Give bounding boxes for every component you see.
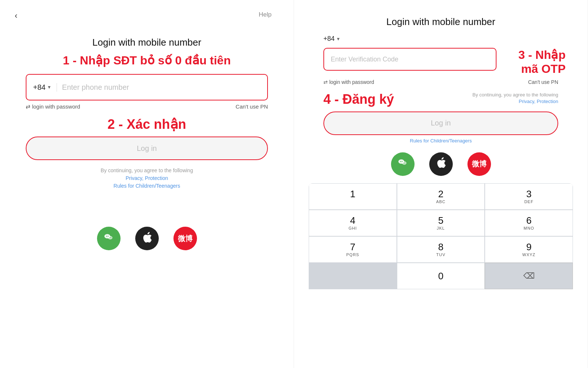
svg-point-10 (404, 163, 404, 163)
right-privacy-link[interactable]: Privacy, Protection (519, 99, 558, 104)
wechat-icon (103, 231, 115, 246)
phone-input-container[interactable]: +84 ▼ Enter phone number (26, 74, 268, 100)
delete-icon: ⌫ (523, 271, 535, 281)
key-0[interactable]: 0 (397, 263, 485, 289)
svg-point-11 (405, 163, 405, 163)
right-wechat-icon (397, 157, 409, 171)
svg-point-5 (111, 237, 111, 238)
right-login-with-password-link[interactable]: ⇄ login with password (323, 79, 374, 85)
social-login-row: 微博 (15, 227, 279, 250)
key-3[interactable]: 3 DEF (485, 183, 573, 210)
step1-label: 1 - Nhập SĐT bỏ số 0 đầu tiên (15, 53, 279, 67)
verification-placeholder: Enter Verification Code (331, 56, 398, 63)
left-title: Login with mobile number (15, 37, 279, 48)
right-auth-links-row: ⇄ login with password Can't use PN (309, 76, 573, 85)
keypad-row-3: 7 PQRS 8 TUV 9 WXYZ (309, 236, 573, 263)
key-2[interactable]: 2 ABC (397, 183, 485, 210)
left-panel: ‹ Help Login with mobile number 1 - Nhập… (0, 0, 294, 368)
login-with-password-link[interactable]: ⇄ login with password (26, 103, 80, 110)
weibo-login-button[interactable]: 微博 (173, 227, 197, 250)
svg-point-8 (400, 161, 401, 162)
right-apple-icon (436, 157, 446, 171)
country-code-selector[interactable]: +84 ▼ (33, 83, 57, 92)
right-title: Login with mobile number (309, 16, 573, 28)
login-button-label: Log in (137, 144, 157, 153)
key-1[interactable]: 1 (309, 183, 397, 210)
wechat-login-button[interactable] (97, 227, 121, 250)
right-terms-following: By continuing, you agree to the followin… (473, 92, 558, 98)
right-cant-use-pn-link[interactable]: Can't use PN (528, 79, 558, 85)
country-code-value: +84 (33, 83, 46, 92)
key-empty (309, 263, 397, 289)
privacy-link[interactable]: Privacy, Protection (126, 175, 168, 181)
right-weibo-icon: 微博 (472, 159, 487, 169)
verification-code-input[interactable]: Enter Verification Code (323, 48, 496, 71)
step2-label: 2 - Xác nhận (15, 117, 279, 132)
keypad-row-4: 0 ⌫ (309, 263, 573, 289)
right-login-button[interactable]: Log in (323, 112, 558, 135)
apple-icon (142, 231, 152, 246)
weibo-icon: 微博 (178, 234, 193, 244)
key-7[interactable]: 7 PQRS (309, 236, 397, 263)
right-country-code-value: +84 (323, 35, 335, 43)
svg-point-3 (107, 236, 108, 237)
right-wechat-login-button[interactable] (391, 152, 415, 176)
children-rules-link[interactable]: Rules for Children/Teenagers (114, 183, 180, 189)
right-social-login-row: 微博 (309, 152, 573, 176)
right-panel: Login with mobile number +84 ▼ Enter Ver… (294, 0, 588, 368)
key-6[interactable]: 6 MNO (485, 210, 573, 236)
key-delete[interactable]: ⌫ (485, 263, 573, 289)
login-button[interactable]: Log in (26, 137, 268, 160)
right-apple-login-button[interactable] (429, 152, 453, 176)
right-children-rules-link[interactable]: Rules for Children/Teenagers (410, 138, 472, 144)
terms-text: By continuing, you agree to the followin… (15, 167, 279, 190)
cant-use-pn-link[interactable]: Can't use PN (236, 103, 268, 110)
apple-login-button[interactable] (135, 227, 159, 250)
numeric-keypad: 1 2 ABC 3 DEF 4 GHI 5 JKL 6 (309, 183, 573, 289)
step4-label: 4 - Đăng ký (323, 92, 394, 107)
svg-point-2 (106, 236, 107, 237)
keypad-row-1: 1 2 ABC 3 DEF (309, 183, 573, 210)
svg-point-4 (110, 237, 110, 238)
key-4[interactable]: 4 GHI (309, 210, 397, 236)
phone-number-input[interactable]: Enter phone number (62, 83, 129, 92)
keypad-row-2: 4 GHI 5 JKL 6 MNO (309, 210, 573, 236)
right-country-code-selector[interactable]: +84 ▼ (323, 35, 340, 43)
help-button[interactable]: Help (259, 11, 272, 18)
svg-point-9 (401, 161, 402, 162)
step3-label: 3 - Nhập mã OTP (519, 48, 573, 76)
right-login-button-label: Log in (431, 119, 451, 127)
auth-links-row: ⇄ login with password Can't use PN (15, 100, 279, 110)
right-dropdown-arrow-icon: ▼ (336, 36, 341, 42)
key-9[interactable]: 9 WXYZ (485, 236, 573, 263)
key-8[interactable]: 8 TUV (397, 236, 485, 263)
right-weibo-login-button[interactable]: 微博 (467, 152, 491, 176)
back-button[interactable]: ‹ (15, 11, 17, 21)
dropdown-arrow-icon: ▼ (47, 85, 51, 90)
key-5[interactable]: 5 JKL (397, 210, 485, 236)
